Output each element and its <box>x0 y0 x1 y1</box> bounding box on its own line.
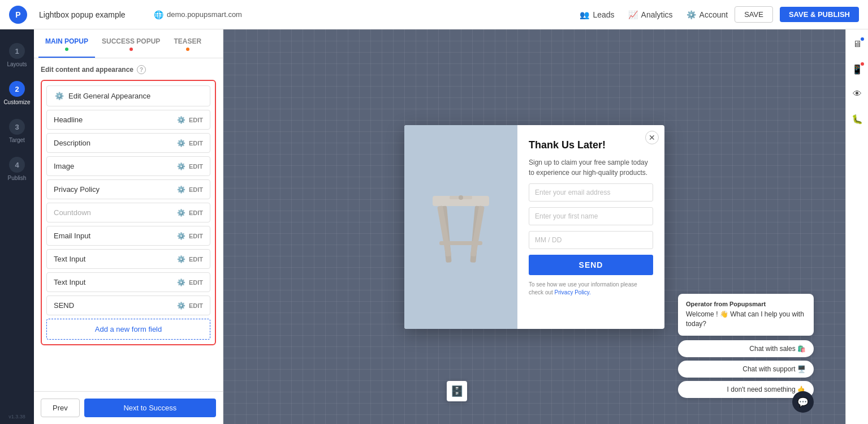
gear-icon-text2: ⚙️ <box>177 279 185 286</box>
main-layout: 1 Layouts 2 Customize 3 Target 4 Publish… <box>0 29 868 424</box>
main-popup-dot <box>65 48 68 51</box>
item-text-input-1[interactable]: Text Input ⚙️ EDIT <box>46 249 210 269</box>
content-panel: Edit content and appearance ? ⚙️ Edit Ge… <box>34 58 223 391</box>
item-send-label: SEND <box>54 301 74 310</box>
add-form-field-button[interactable]: Add a new form field <box>46 319 210 340</box>
edit-image-button[interactable]: EDIT <box>189 163 203 170</box>
popup-tabs: MAIN POPUP SUCCESS POPUP TEASER <box>34 29 223 58</box>
desktop-view-button[interactable]: 🖥 <box>849 36 865 52</box>
step-4-circle: 4 <box>9 157 25 173</box>
tab-main-popup[interactable]: MAIN POPUP <box>38 29 95 58</box>
step-1-circle: 1 <box>9 43 25 59</box>
edit-text-input-1-button[interactable]: EDIT <box>189 256 203 263</box>
section-header: Edit content and appearance ? <box>41 65 216 74</box>
general-appearance-button[interactable]: ⚙️ Edit General Appearance <box>46 85 210 106</box>
item-text-input-2[interactable]: Text Input ⚙️ EDIT <box>46 272 210 292</box>
privacy-policy-link[interactable]: Privacy Policy. <box>555 289 591 295</box>
popup-image-section <box>404 125 517 329</box>
step-3-circle: 3 <box>9 119 25 135</box>
edit-text-input-2-button[interactable]: EDIT <box>189 279 203 286</box>
step-publish[interactable]: 4 Publish <box>0 152 34 186</box>
item-headline[interactable]: Headline ⚙️ EDIT <box>46 110 210 130</box>
edit-headline-button[interactable]: EDIT <box>189 117 203 123</box>
popup-title-input[interactable] <box>34 7 147 22</box>
mobile-dot <box>861 62 864 66</box>
analytics-nav-item[interactable]: 📈 Analytics <box>628 10 673 19</box>
gear-icon-image: ⚙️ <box>177 162 185 170</box>
edit-countdown-button[interactable]: EDIT <box>189 209 203 216</box>
item-image-label: Image <box>54 162 74 170</box>
chat-option-none[interactable]: I don't need something 🤙 <box>678 381 814 398</box>
canvas: ✕ Thank Us Later! Sign up to claim your … <box>223 29 845 424</box>
account-icon: ⚙️ <box>686 10 696 19</box>
step-layouts[interactable]: 1 Layouts <box>0 38 34 72</box>
desktop-active-dot <box>861 37 864 41</box>
stool-illustration <box>421 165 500 289</box>
item-send-actions: ⚙️ EDIT <box>177 302 203 310</box>
edit-privacy-button[interactable]: EDIT <box>189 186 203 193</box>
item-privacy-actions: ⚙️ EDIT <box>177 186 203 194</box>
popup-description: Sign up to claim your free sample today … <box>529 157 653 178</box>
item-headline-label: Headline <box>54 115 83 124</box>
gear-icon-headline: ⚙️ <box>177 116 185 124</box>
edit-send-button[interactable]: EDIT <box>189 302 203 309</box>
item-text-input-1-label: Text Input <box>54 255 85 263</box>
svg-rect-5 <box>439 241 482 245</box>
edit-email-button[interactable]: EDIT <box>189 233 203 239</box>
panel-footer: Prev Next to Success <box>34 391 223 424</box>
item-email-actions: ⚙️ EDIT <box>177 232 203 240</box>
edit-description-button[interactable]: EDIT <box>189 140 203 147</box>
item-email-input-label: Email Input <box>54 232 90 240</box>
right-toolbar: 🖥 📱 👁 🐛 <box>845 29 868 424</box>
item-countdown-label: Countdown <box>54 208 91 217</box>
item-privacy-label: Privacy Policy <box>54 185 100 194</box>
item-image-actions: ⚙️ EDIT <box>177 162 203 170</box>
popup-firstname-input[interactable] <box>529 207 653 225</box>
app-logo: P <box>9 6 27 24</box>
eye-icon: 👁 <box>853 89 862 99</box>
item-countdown[interactable]: Countdown ⚙️ EDIT <box>46 203 210 222</box>
popup-send-button[interactable]: SEND <box>529 255 653 275</box>
chat-bubble: Operator from Popupsmart Welcome ! 👋 Wha… <box>678 294 814 336</box>
mobile-view-button[interactable]: 📱 <box>849 61 865 77</box>
save-publish-button[interactable]: SAVE & PUBLISH <box>780 7 859 22</box>
save-button[interactable]: SAVE <box>735 6 773 23</box>
sidebar-steps: 1 Layouts 2 Customize 3 Target 4 Publish… <box>0 29 34 424</box>
item-send[interactable]: SEND ⚙️ EDIT <box>46 295 210 315</box>
tab-teaser[interactable]: TEASER <box>167 29 208 58</box>
prev-button[interactable]: Prev <box>41 399 80 417</box>
leads-nav-item[interactable]: 👥 Leads <box>580 10 614 19</box>
item-image[interactable]: Image ⚙️ EDIT <box>46 156 210 176</box>
top-nav: 👥 Leads 📈 Analytics ⚙️ Account <box>580 10 728 19</box>
item-text-input-2-label: Text Input <box>54 278 85 286</box>
popup-date-input[interactable] <box>529 231 653 249</box>
item-headline-actions: ⚙️ EDIT <box>177 116 203 124</box>
account-nav-item[interactable]: ⚙️ Account <box>686 10 728 19</box>
gear-icon-text1: ⚙️ <box>177 255 185 263</box>
next-button[interactable]: Next to Success <box>84 399 216 417</box>
item-email-input[interactable]: Email Input ⚙️ EDIT <box>46 226 210 246</box>
step-target[interactable]: 3 Target <box>0 114 34 148</box>
item-countdown-actions: ⚙️ EDIT <box>177 209 203 217</box>
item-description-actions: ⚙️ EDIT <box>177 139 203 147</box>
step-customize[interactable]: 2 Customize <box>0 76 34 110</box>
settings-button[interactable]: 🐛 <box>849 111 865 127</box>
db-icon[interactable]: 🗄️ <box>447 381 467 401</box>
popup-close-button[interactable]: ✕ <box>645 131 659 144</box>
item-privacy[interactable]: Privacy Policy ⚙️ EDIT <box>46 179 210 199</box>
item-text-input-1-actions: ⚙️ EDIT <box>177 255 203 263</box>
item-description[interactable]: Description ⚙️ EDIT <box>46 133 210 153</box>
leads-icon: 👥 <box>580 10 589 19</box>
preview-button[interactable]: 👁 <box>849 86 865 102</box>
chat-option-support[interactable]: Chat with support 🖥️ <box>678 361 814 378</box>
tab-success-popup[interactable]: SUCCESS POPUP <box>95 29 167 58</box>
step-2-circle: 2 <box>9 81 25 97</box>
url-bar: 🌐 demo.popupsmart.com <box>154 10 242 19</box>
chat-option-sales[interactable]: Chat with sales 🛍️ <box>678 340 814 357</box>
success-popup-dot <box>129 48 133 51</box>
popup-email-input[interactable] <box>529 183 653 202</box>
help-icon[interactable]: ? <box>137 65 146 74</box>
chat-toggle-button[interactable]: 💬 <box>792 391 814 413</box>
popup-preview: ✕ Thank Us Later! Sign up to claim your … <box>404 125 664 329</box>
gear-icon-send: ⚙️ <box>177 302 185 310</box>
